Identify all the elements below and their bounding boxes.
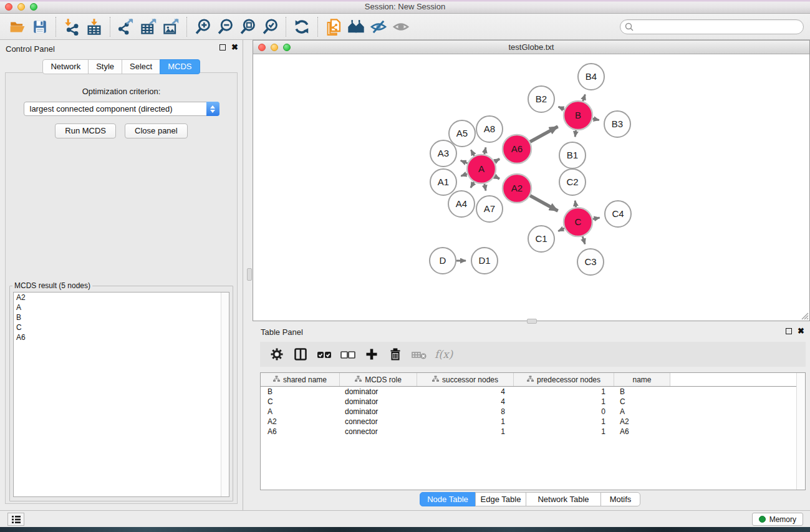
mcds-result-item[interactable]: A2 (14, 293, 229, 302)
resize-grip-icon[interactable] (800, 311, 809, 320)
node-A5[interactable]: A5 (449, 120, 475, 147)
table-cell[interactable]: 1 (514, 427, 614, 437)
zoom-fit-icon[interactable] (236, 16, 259, 37)
memory-button[interactable]: Memory (752, 513, 803, 526)
zoom-in-icon[interactable] (191, 16, 214, 37)
search-field[interactable] (620, 19, 804, 34)
deselect-all-columns-icon[interactable] (337, 344, 359, 364)
edge-C-C1[interactable] (558, 228, 564, 231)
node-B3[interactable]: B3 (604, 111, 630, 137)
table-cell[interactable]: connector (340, 417, 417, 427)
table-row[interactable]: Adominator80A (261, 407, 805, 417)
close-window-button[interactable] (5, 3, 12, 11)
column-header-successor-nodes[interactable]: successor nodes (417, 373, 514, 386)
column-header-predecessor-nodes[interactable]: predecessor nodes (514, 373, 614, 386)
task-history-button[interactable] (7, 513, 24, 526)
node-B4[interactable]: B4 (578, 64, 604, 90)
table-scrollbar[interactable] (796, 373, 805, 490)
table-cell[interactable]: 4 (417, 397, 514, 407)
edge-A-A6[interactable] (494, 159, 499, 162)
optimization-dropdown[interactable]: largest connected component (directed) (24, 102, 219, 116)
table-cell[interactable]: 4 (417, 387, 514, 397)
run-mcds-button[interactable]: Run MCDS (55, 123, 116, 138)
import-table-icon[interactable] (83, 16, 105, 37)
edge-B-B4[interactable] (583, 94, 586, 101)
search-input[interactable] (634, 22, 799, 31)
network-close-button[interactable] (258, 44, 266, 51)
edge-A-A8[interactable] (485, 147, 486, 154)
edge-A-A7[interactable] (485, 184, 486, 191)
node-C4[interactable]: C4 (605, 201, 631, 227)
tab-node-table[interactable]: Node Table (420, 492, 476, 506)
zoom-selected-icon[interactable] (259, 16, 281, 37)
zoom-out-icon[interactable] (214, 16, 236, 37)
table-cell[interactable]: C (261, 397, 340, 407)
splitter-grip-horizontal[interactable] (527, 319, 537, 324)
table-row[interactable]: Cdominator41C (261, 397, 805, 407)
table-cell[interactable]: 0 (514, 407, 614, 417)
table-cell[interactable]: A2 (614, 417, 670, 427)
node-table[interactable]: shared nameMCDS rolesuccessor nodesprede… (260, 372, 806, 490)
save-icon[interactable] (29, 16, 51, 37)
edge-A-A2[interactable] (494, 176, 499, 178)
table-cell[interactable]: B (614, 387, 670, 397)
close-panel-icon[interactable]: ✖ (231, 44, 238, 51)
table-cell[interactable]: dominator (340, 387, 417, 397)
create-column-plus-icon[interactable] (361, 344, 382, 364)
close-panel-button[interactable]: Close panel (125, 123, 188, 138)
edge-A-A3[interactable] (461, 160, 468, 163)
table-cell[interactable]: 1 (514, 387, 614, 397)
node-D[interactable]: D (430, 248, 456, 274)
minimize-window-button[interactable] (17, 3, 25, 11)
table-cell[interactable]: A (614, 407, 670, 417)
edge-B-B1[interactable] (575, 130, 576, 137)
hide-selected-icon[interactable] (367, 16, 390, 37)
edge-B-B3[interactable] (592, 118, 599, 120)
select-all-columns-icon[interactable] (314, 344, 335, 364)
edge-C-C2[interactable] (575, 201, 576, 208)
zoom-window-button[interactable] (30, 3, 37, 11)
column-header-shared-name[interactable]: shared name (261, 373, 340, 386)
table-cell[interactable]: 8 (417, 407, 514, 417)
mcds-result-item[interactable]: C (14, 322, 229, 332)
table-cell[interactable]: A (261, 407, 340, 417)
node-A3[interactable]: A3 (430, 140, 456, 167)
float-panel-icon[interactable] (219, 44, 226, 51)
open-folder-icon[interactable] (6, 16, 29, 37)
edge-C-C3[interactable] (582, 236, 585, 244)
column-header-name[interactable]: name (614, 373, 670, 386)
node-A4[interactable]: A4 (448, 191, 475, 217)
node-A2[interactable]: A2 (503, 174, 531, 203)
network-minimize-button[interactable] (271, 44, 278, 51)
tab-network-table[interactable]: Network Table (526, 492, 601, 506)
close-table-panel-icon[interactable]: ✖ (798, 327, 804, 335)
tab-network[interactable]: Network (42, 59, 89, 74)
table-cell[interactable]: A2 (261, 417, 340, 427)
tab-motifs[interactable]: Motifs (600, 492, 640, 506)
node-A[interactable]: A (467, 155, 496, 183)
edge-A6-B[interactable] (530, 127, 558, 142)
mcds-result-item[interactable]: B (14, 312, 229, 322)
column-header-mcds-role[interactable]: MCDS role (340, 373, 417, 386)
delete-table-icon[interactable] (408, 344, 430, 364)
export-image-icon[interactable] (160, 16, 182, 37)
table-cell[interactable]: A6 (614, 427, 670, 437)
node-B1[interactable]: B1 (559, 142, 586, 168)
table-row[interactable]: A2connector11A2 (261, 417, 805, 427)
node-B[interactable]: B (564, 101, 592, 130)
node-C3[interactable]: C3 (577, 249, 604, 275)
tab-select[interactable]: Select (122, 59, 160, 74)
refresh-icon[interactable] (291, 16, 313, 37)
first-neighbors-icon[interactable] (345, 16, 367, 37)
table-cell[interactable]: 1 (514, 397, 614, 407)
float-table-panel-icon[interactable] (786, 328, 792, 334)
table-cell[interactable]: C (614, 397, 670, 407)
show-column-panel-icon[interactable] (290, 344, 311, 364)
table-cell[interactable]: 1 (417, 427, 514, 437)
node-A7[interactable]: A7 (476, 196, 503, 222)
edge-B-B2[interactable] (558, 107, 564, 109)
mcds-result-list[interactable]: A2ABCA6 (13, 292, 229, 497)
node-B2[interactable]: B2 (528, 86, 554, 112)
tab-mcds[interactable]: MCDS (160, 59, 200, 74)
clone-network-icon[interactable] (322, 16, 345, 37)
